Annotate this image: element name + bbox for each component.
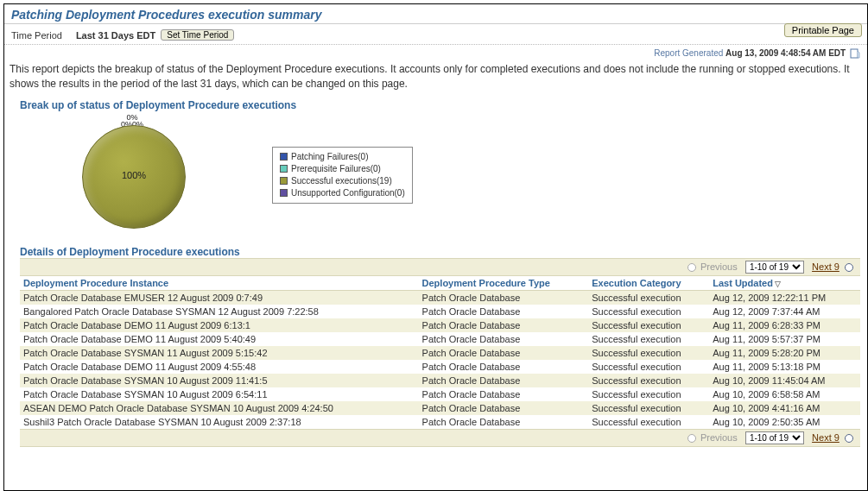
pager-top: Previous 1-10 of 19 Next 9	[20, 258, 860, 276]
report-generated-value: Aug 13, 2009 4:48:54 AM EDT	[725, 48, 846, 58]
table-cell: Patch Oracle Database	[419, 374, 589, 387]
pager-range-select[interactable]: 1-10 of 19	[745, 431, 804, 444]
table-cell: Patch Oracle Database DEMO 11 August 200…	[20, 318, 419, 332]
table-cell: Aug 11, 2009 5:13:18 PM	[709, 360, 860, 374]
table-row: Patch Oracle Database SYSMAN 11 August 2…	[20, 346, 860, 360]
table-cell: Patch Oracle Database	[419, 346, 589, 360]
table-cell: Successful execution	[588, 290, 709, 305]
table-cell: Successful execution	[588, 401, 709, 415]
table-row: Patch Oracle Database SYSMAN 10 August 2…	[20, 374, 860, 387]
pager-previous-disabled: Previous	[700, 432, 738, 443]
col-type[interactable]: Deployment Procedure Type	[419, 276, 589, 291]
pie-legend: Patching Failures(0) Prerequisite Failur…	[272, 147, 413, 204]
table-cell: Successful execution	[588, 360, 709, 374]
table-cell: Bangalored Patch Oracle Database SYSMAN …	[20, 305, 419, 318]
table-cell: Patch Oracle Database	[419, 401, 589, 415]
pager-previous-disabled: Previous	[700, 261, 738, 272]
legend-label: Patching Failures(0)	[291, 151, 368, 163]
report-page-icon	[850, 48, 860, 59]
swatch-icon	[280, 189, 288, 197]
table-cell: Aug 10, 2009 2:50:35 AM	[709, 415, 860, 429]
col-instance[interactable]: Deployment Procedure Instance	[20, 276, 419, 291]
page-container: Patching Deployment Procedures execution…	[3, 3, 868, 491]
table-cell: Aug 10, 2009 11:45:04 AM	[709, 374, 860, 387]
pie-center-label: 100%	[73, 115, 194, 236]
table-cell: Patch Oracle Database	[419, 360, 589, 374]
chart-area: 0%0%0% 100% Patching Failures(0) Prerequ…	[4, 111, 867, 242]
table-cell: Aug 12, 2009 12:22:11 PM	[709, 290, 860, 305]
table-cell: Patch Oracle Database SYSMAN 10 August 2…	[20, 387, 419, 401]
swatch-icon	[280, 165, 288, 173]
pager-range-select[interactable]: 1-10 of 19	[745, 261, 804, 274]
table-cell: Successful execution	[588, 346, 709, 360]
table-row: ASEAN DEMO Patch Oracle Database SYSMAN …	[20, 401, 860, 415]
table-cell: Patch Oracle Database	[419, 318, 589, 332]
table-cell: Aug 11, 2009 6:28:33 PM	[709, 318, 860, 332]
legend-prerequisite-failures: Prerequisite Failures(0)	[280, 163, 405, 175]
table-cell: Aug 10, 2009 6:58:58 AM	[709, 387, 860, 401]
table-cell: Sushil3 Patch Oracle Database SYSMAN 10 …	[20, 415, 419, 429]
table-header-row: Deployment Procedure Instance Deployment…	[20, 276, 860, 291]
table-cell: Patch Oracle Database	[419, 387, 589, 401]
table-cell: Patch Oracle Database	[419, 415, 589, 429]
table-cell: Successful execution	[588, 318, 709, 332]
report-description: This report depicts the breakup of statu…	[4, 60, 867, 95]
table-cell: Successful execution	[588, 387, 709, 401]
page-title: Patching Deployment Procedures execution…	[4, 4, 867, 24]
report-generated: Report Generated Aug 13, 2009 4:48:54 AM…	[4, 47, 867, 60]
details-table-section: Previous 1-10 of 19 Next 9 Deployment Pr…	[4, 258, 867, 450]
pager-next-link[interactable]: Next 9	[812, 432, 839, 443]
time-period-value: Last 31 Days EDT	[76, 30, 155, 41]
legend-successful-executions: Successful executions(19)	[280, 175, 405, 187]
table-cell: Patch Oracle Database DEMO 11 August 200…	[20, 332, 419, 346]
table-cell: Patch Oracle Database	[419, 290, 589, 305]
prev-icon	[687, 434, 696, 443]
table-cell: Aug 12, 2009 7:37:44 AM	[709, 305, 860, 318]
legend-unsupported-configuration: Unsupported Configuration(0)	[280, 187, 405, 199]
table-row: Patch Oracle Database DEMO 11 August 200…	[20, 318, 860, 332]
next-icon[interactable]	[845, 263, 853, 272]
table-cell: Patch Oracle Database	[419, 332, 589, 346]
table-cell: Successful execution	[588, 332, 709, 346]
report-generated-label: Report Generated	[654, 48, 723, 58]
table-cell: Successful execution	[588, 374, 709, 387]
set-time-period-button[interactable]: Set Time Period	[161, 29, 234, 41]
table-cell: Aug 10, 2009 4:41:16 AM	[709, 401, 860, 415]
pager-bottom: Previous 1-10 of 19 Next 9	[20, 429, 860, 447]
swatch-icon	[280, 177, 288, 185]
table-row: Bangalored Patch Oracle Database SYSMAN …	[20, 305, 860, 318]
time-period-label: Time Period	[11, 30, 62, 41]
legend-label: Unsupported Configuration(0)	[291, 187, 405, 199]
table-cell: Patch Oracle Database	[419, 305, 589, 318]
table-cell: Patch Oracle Database EMUSER 12 August 2…	[20, 290, 419, 305]
table-cell: Successful execution	[588, 305, 709, 318]
table-row: Patch Oracle Database DEMO 11 August 200…	[20, 360, 860, 374]
col-category[interactable]: Execution Category	[588, 276, 709, 291]
swatch-icon	[280, 153, 288, 161]
time-period-row: Time Period Last 31 Days EDT Set Time Pe…	[4, 24, 867, 45]
pager-next-link[interactable]: Next 9	[812, 261, 839, 272]
prev-icon	[687, 263, 696, 272]
table-row: Patch Oracle Database EMUSER 12 August 2…	[20, 290, 860, 305]
svg-rect-0	[851, 49, 858, 58]
col-last-updated[interactable]: Last Updated	[709, 276, 860, 291]
table-row: Patch Oracle Database SYSMAN 10 August 2…	[20, 387, 860, 401]
pie-chart: 0%0%0% 100%	[73, 115, 194, 236]
table-cell: Patch Oracle Database SYSMAN 10 August 2…	[20, 374, 419, 387]
table-row: Patch Oracle Database DEMO 11 August 200…	[20, 332, 860, 346]
details-heading: Details of Deployment Procedure executio…	[4, 242, 867, 258]
table-row: Sushil3 Patch Oracle Database SYSMAN 10 …	[20, 415, 860, 429]
table-cell: Patch Oracle Database DEMO 11 August 200…	[20, 360, 419, 374]
printable-page-button[interactable]: Printable Page	[784, 23, 862, 37]
legend-label: Prerequisite Failures(0)	[291, 163, 381, 175]
table-cell: Patch Oracle Database SYSMAN 11 August 2…	[20, 346, 419, 360]
legend-patching-failures: Patching Failures(0)	[280, 151, 405, 163]
breakup-heading: Break up of status of Deployment Procedu…	[4, 96, 867, 111]
details-table: Deployment Procedure Instance Deployment…	[20, 276, 860, 429]
table-cell: ASEAN DEMO Patch Oracle Database SYSMAN …	[20, 401, 419, 415]
next-icon[interactable]	[845, 434, 853, 443]
table-cell: Aug 11, 2009 5:57:37 PM	[709, 332, 860, 346]
table-cell: Successful execution	[588, 415, 709, 429]
legend-label: Successful executions(19)	[291, 175, 392, 187]
table-cell: Aug 11, 2009 5:28:20 PM	[709, 346, 860, 360]
